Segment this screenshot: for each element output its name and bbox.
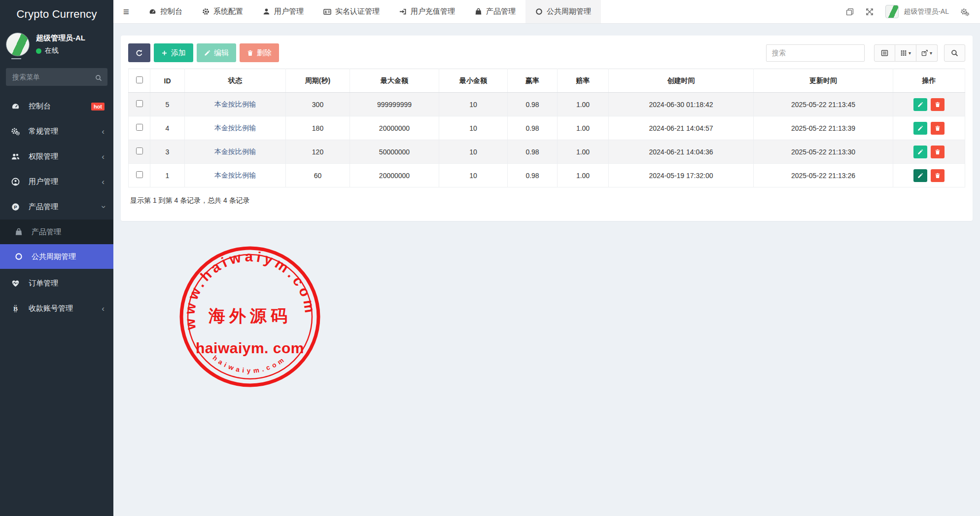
export-button[interactable]: ▾ <box>916 44 938 62</box>
cell-odds: 1.00 <box>558 93 609 116</box>
tab-product-manage[interactable]: 产品管理 <box>465 0 525 23</box>
table-row: 4 本金按比例输 180 20000000 10 0.98 1.00 2024-… <box>129 116 965 140</box>
cell-period: 300 <box>286 93 350 116</box>
tab-identity-verify[interactable]: 实名认证管理 <box>314 0 389 23</box>
row-edit-button[interactable] <box>913 122 927 135</box>
row-checkbox[interactable] <box>136 147 143 154</box>
col-status[interactable]: 状态 <box>185 69 286 93</box>
sidebar-item-users[interactable]: 用户管理 ‹ <box>0 169 113 194</box>
cell-updated: 2025-05-22 21:13:45 <box>754 93 893 116</box>
cell-created: 2024-06-30 01:18:42 <box>609 93 754 116</box>
pagination-summary: 显示第 1 到第 4 条记录，总共 4 条记录 <box>130 196 965 205</box>
online-status-dot <box>36 48 41 54</box>
clone-icon[interactable] <box>846 7 854 16</box>
sidebar-item-payment-accounts[interactable]: 收款账号管理 ‹ <box>0 296 113 321</box>
tab-label: 产品管理 <box>486 7 516 16</box>
cell-status[interactable]: 本金按比例输 <box>214 171 256 179</box>
cell-win: 0.98 <box>508 93 558 116</box>
menu-toggle-icon[interactable]: ≡ <box>113 0 139 23</box>
avatar[interactable] <box>885 5 899 18</box>
select-all-checkbox[interactable] <box>136 76 143 83</box>
col-actions: 操作 <box>893 69 965 93</box>
sign-in-icon <box>399 8 407 15</box>
sidebar-item-dashboard[interactable]: 控制台 hot <box>0 94 113 119</box>
cell-period: 180 <box>286 116 350 140</box>
fullscreen-icon[interactable] <box>866 7 874 16</box>
sidebar-subitem-public-cycle[interactable]: 公共周期管理 <box>0 244 113 269</box>
row-checkbox[interactable] <box>136 124 143 131</box>
tab-label: 公共周期管理 <box>547 7 591 16</box>
sidebar-item-label: 权限管理 <box>29 152 58 161</box>
row-delete-button[interactable] <box>931 169 945 182</box>
row-edit-button[interactable] <box>913 146 927 158</box>
circle-o-icon <box>15 253 26 260</box>
refresh-button[interactable] <box>128 43 150 62</box>
delete-button[interactable]: 删除 <box>240 43 279 62</box>
col-created-at[interactable]: 创建时间 <box>609 69 754 93</box>
cell-win: 0.98 <box>508 140 558 164</box>
cell-status[interactable]: 本金按比例输 <box>214 124 256 132</box>
cell-odds: 1.00 <box>558 164 609 187</box>
sidebar-item-label: 收款账号管理 <box>29 304 73 313</box>
sidebar-subitem-label: 产品管理 <box>32 227 61 237</box>
detail-view-button[interactable] <box>874 44 895 62</box>
add-button[interactable]: 添加 <box>154 43 193 62</box>
settings-cogs-icon[interactable] <box>961 7 969 16</box>
sidebar-item-products[interactable]: 产品管理 ‹ <box>0 194 113 220</box>
cell-win: 0.98 <box>508 116 558 140</box>
tab-dashboard[interactable]: 控制台 <box>139 0 192 23</box>
tab-public-cycle[interactable]: 公共周期管理 <box>525 0 601 23</box>
user-name: 超级管理员-AL <box>36 34 85 43</box>
edit-button-label: 编辑 <box>214 48 229 58</box>
cogs-icon <box>11 127 23 136</box>
cell-status[interactable]: 本金按比例输 <box>214 147 256 155</box>
col-min-amount[interactable]: 最小金额 <box>439 69 508 93</box>
col-id[interactable]: ID <box>150 69 185 93</box>
search-toggle-button[interactable] <box>944 44 965 62</box>
tab-label: 用户充值管理 <box>411 7 455 16</box>
tab-label: 用户管理 <box>274 7 304 16</box>
cell-updated: 2025-05-22 21:13:39 <box>754 116 893 140</box>
cell-min: 10 <box>439 93 508 116</box>
sidebar-submenu: 产品管理 公共周期管理 <box>0 220 113 269</box>
tab-system-config[interactable]: 系统配置 <box>192 0 253 23</box>
sidebar-item-general[interactable]: 常规管理 ‹ <box>0 119 113 144</box>
cell-id: 3 <box>150 140 185 164</box>
row-checkbox[interactable] <box>136 171 143 178</box>
row-edit-button[interactable] <box>913 98 927 111</box>
sidebar-item-orders[interactable]: 订单管理 <box>0 271 113 296</box>
shopping-bag-icon <box>15 228 26 236</box>
id-card-icon <box>323 8 331 16</box>
col-win-rate[interactable]: 赢率 <box>508 69 558 93</box>
tab-label: 系统配置 <box>213 7 243 16</box>
sidebar-subitem-label: 公共周期管理 <box>32 252 76 261</box>
brand-title: Crypto Currency <box>0 0 113 29</box>
col-period[interactable]: 周期(秒) <box>286 69 350 93</box>
col-max-amount[interactable]: 最大金额 <box>350 69 439 93</box>
columns-toggle-button[interactable]: ▾ <box>895 44 916 62</box>
col-updated-at[interactable]: 更新时间 <box>754 69 893 93</box>
chevron-left-icon: ‹ <box>102 178 105 186</box>
row-delete-button[interactable] <box>931 146 945 158</box>
row-edit-button[interactable] <box>913 169 927 182</box>
row-checkbox[interactable] <box>136 100 143 107</box>
sidebar-search-input[interactable] <box>6 68 107 86</box>
cell-odds: 1.00 <box>558 140 609 164</box>
sidebar-subitem-product-manage[interactable]: 产品管理 <box>0 220 113 244</box>
cell-status[interactable]: 本金按比例输 <box>214 100 256 108</box>
search-icon <box>95 73 102 82</box>
row-delete-button[interactable] <box>931 122 945 135</box>
tab-user-manage[interactable]: 用户管理 <box>253 0 314 23</box>
sidebar: Crypto Currency 超级管理员-AL 在线 控制台 hot 常规管理… <box>0 0 113 516</box>
gear-icon <box>202 8 210 15</box>
navbar-user-name[interactable]: 超级管理员-AL <box>904 7 949 16</box>
edit-button[interactable]: 编辑 <box>197 43 236 62</box>
tab-user-recharge[interactable]: 用户充值管理 <box>389 0 465 23</box>
cell-created: 2024-05-19 17:32:00 <box>609 164 754 187</box>
table-search-input[interactable] <box>766 44 865 62</box>
circle-o-icon <box>535 8 543 15</box>
sidebar-item-permissions[interactable]: 权限管理 ‹ <box>0 144 113 169</box>
row-delete-button[interactable] <box>931 98 945 111</box>
dashboard-icon <box>149 8 156 15</box>
col-odds[interactable]: 赔率 <box>558 69 609 93</box>
